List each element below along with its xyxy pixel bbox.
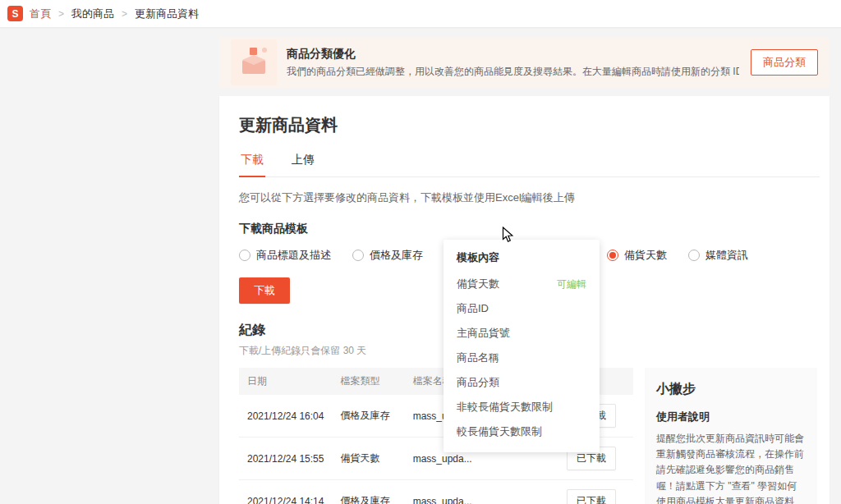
breadcrumb-separator: >	[122, 8, 127, 20]
radio-option-price-stock[interactable]: 價格及庫存	[352, 248, 423, 263]
editable-tag: 可編輯	[557, 277, 586, 291]
popup-item-product-id: 商品ID	[457, 296, 586, 321]
popup-item-days-to-ship: 備貨天數 可編輯	[457, 272, 586, 296]
radio-option-days-to-ship[interactable]: 備貨天數	[607, 248, 667, 263]
category-optimization-banner: 商品分類優化 我們的商品分類已經做調整，用以改善您的商品能見度及搜尋結果。在大量…	[219, 37, 830, 88]
tips-user-guide-body: 提醒您批次更新商品資訊時可能會重新觸發商品審核流程，在操作前請先確認避免影響您的…	[656, 431, 806, 504]
popup-item-label: 較長備貨天數限制	[457, 424, 542, 439]
radio-label: 備貨天數	[624, 248, 667, 263]
shopee-logo-letter: S	[11, 8, 18, 20]
top-bar: S 首頁 > 我的商品 > 更新商品資料	[0, 0, 841, 27]
shopee-logo[interactable]: S	[7, 6, 23, 21]
mouse-cursor	[502, 227, 514, 244]
record-file-type: 價格及庫存	[332, 395, 404, 438]
breadcrumb: 首頁 > 我的商品 > 更新商品資料	[30, 7, 199, 21]
popup-item-label: 商品ID	[457, 301, 489, 316]
tips-user-guide-heading: 使用者說明	[656, 410, 806, 424]
breadcrumb-home[interactable]: 首頁	[30, 7, 51, 21]
banner-text: 商品分類優化 我們的商品分類已經做調整，用以改善您的商品能見度及搜尋結果。在大量…	[287, 47, 739, 79]
template-section-heading: 下載商品模板	[239, 222, 820, 236]
radio-label: 價格及庫存	[370, 248, 423, 263]
popup-item-label: 主商品貨號	[457, 326, 510, 341]
breadcrumb-separator: >	[58, 8, 64, 20]
record-date: 2021/12/24 15:55	[239, 438, 332, 480]
record-date: 2021/12/24 14:14	[239, 480, 332, 504]
popup-item-label: 備貨天數	[457, 277, 499, 291]
tab-upload[interactable]: 上傳	[290, 149, 316, 176]
popup-item-product-category: 商品分類	[457, 370, 586, 395]
column-file-type: 檔案類型	[332, 368, 404, 395]
radio-label: 商品標題及描述	[256, 248, 331, 263]
tab-download[interactable]: 下載	[239, 149, 265, 177]
page: { "colors": { "accent_orange": "#ee4d2d"…	[0, 0, 841, 504]
record-file-name: mass_upda...	[405, 480, 509, 504]
radio-selected-icon	[607, 250, 618, 261]
tips-panel: 小撇步 使用者說明 提醒您批次更新商品資訊時可能會重新觸發商品審核流程，在操作前…	[645, 368, 817, 504]
product-category-button[interactable]: 商品分類	[751, 49, 818, 76]
radio-option-title-description[interactable]: 商品標題及描述	[239, 248, 331, 263]
popup-item-extended-dts-limit: 較長備貨天數限制	[457, 419, 586, 444]
record-file-type: 備貨天數	[332, 438, 404, 480]
radio-icon	[352, 250, 364, 261]
record-file-type: 價格及庫存	[332, 480, 404, 504]
record-date: 2021/12/24 16:04	[239, 395, 332, 438]
tab-bar: 下載 上傳	[239, 149, 820, 177]
template-content-popup: 模板內容 備貨天數 可編輯 商品ID 主商品貨號 商品名稱 商品分類 非較長備貨…	[443, 240, 600, 452]
radio-icon	[688, 250, 700, 261]
breadcrumb-my-products[interactable]: 我的商品	[71, 7, 114, 21]
page-title: 更新商品資料	[239, 114, 820, 136]
download-instructions: 您可以從下方選擇要修改的商品資料，下載模板並使用Excel編輯後上傳	[239, 190, 820, 205]
tips-title: 小撇步	[656, 381, 806, 398]
radio-icon	[239, 250, 250, 261]
popup-item-non-extended-dts-limit: 非較長備貨天數限制	[457, 395, 586, 419]
boxes-illustration-icon	[231, 39, 277, 85]
popup-item-label: 商品分類	[457, 375, 499, 390]
column-date: 日期	[239, 368, 332, 395]
breadcrumb-current: 更新商品資料	[135, 7, 199, 21]
popup-item-product-name: 商品名稱	[457, 346, 586, 370]
record-item-count	[508, 480, 558, 504]
banner-title: 商品分類優化	[287, 47, 739, 62]
popup-title: 模板內容	[457, 250, 586, 265]
popup-item-label: 非較長備貨天數限制	[457, 400, 553, 415]
radio-option-media-info[interactable]: 媒體資訊	[688, 248, 748, 263]
download-button[interactable]: 下載	[239, 277, 290, 304]
banner-description: 我們的商品分類已經做調整，用以改善您的商品能見度及搜尋結果。在大量編輯商品時請使…	[287, 65, 739, 79]
popup-item-parent-sku: 主商品貨號	[457, 321, 586, 346]
radio-label: 媒體資訊	[705, 248, 748, 263]
downloaded-button[interactable]: 已下載	[567, 489, 616, 504]
popup-item-label: 商品名稱	[457, 351, 499, 365]
banner-description-text: 我們的商品分類已經做調整，用以改善您的商品能見度及搜尋結果。在大量編輯商品時請使…	[287, 66, 739, 77]
table-row: 2021/12/24 14:14 價格及庫存 mass_upda... 已下載	[239, 480, 633, 504]
